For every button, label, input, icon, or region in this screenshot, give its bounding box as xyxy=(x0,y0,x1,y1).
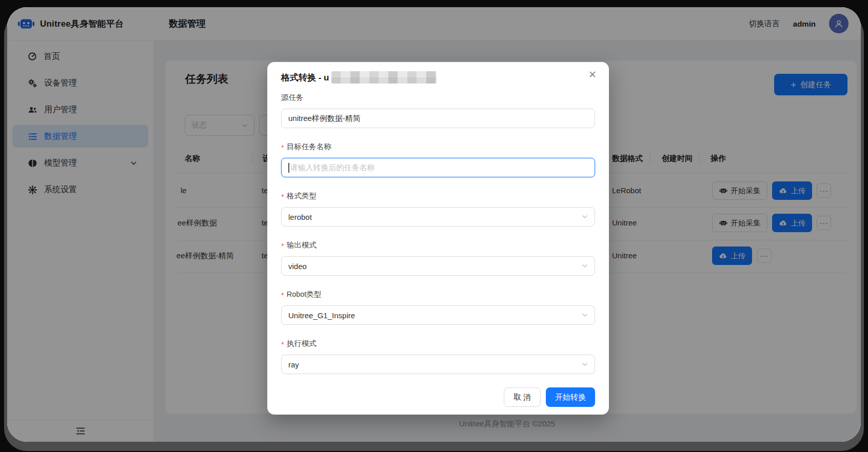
chevron-down-icon xyxy=(582,361,588,367)
exec-mode-value: ray xyxy=(288,360,299,369)
modal-title-text: 格式转换 - u xyxy=(281,72,329,84)
target-name-placeholder: 请输入转换后的任务名称 xyxy=(290,163,375,173)
output-mode-label: * 输出模式 xyxy=(281,240,595,250)
output-mode-select[interactable]: video xyxy=(281,256,595,276)
target-name-label: * 目标任务名称 xyxy=(281,141,595,152)
format-type-label: * 格式类型 xyxy=(281,191,595,201)
chevron-down-icon xyxy=(582,263,588,269)
close-icon[interactable]: ✕ xyxy=(588,70,597,79)
screenshot-stage: Unitree具身智能平台 首页 xyxy=(0,0,868,452)
required-mark: * xyxy=(281,143,284,152)
robot-type-select[interactable]: Unitree_G1_Inspire xyxy=(281,305,595,325)
output-mode-value: video xyxy=(288,262,307,271)
start-convert-button[interactable]: 开始转换 xyxy=(546,387,595,407)
format-type-value: lerobot xyxy=(288,213,312,221)
source-task-label: 源任务 xyxy=(281,92,595,102)
source-task-value: unitree样例数据-精简 xyxy=(288,114,361,124)
robot-type-label: * Robot类型 xyxy=(281,289,595,299)
redacted-task-name xyxy=(331,71,437,84)
required-mark: * xyxy=(281,340,284,348)
required-mark: * xyxy=(281,291,284,299)
required-mark: * xyxy=(281,193,284,201)
chevron-down-icon xyxy=(582,214,588,220)
chevron-down-icon xyxy=(582,312,588,318)
app-window: Unitree具身智能平台 首页 xyxy=(7,7,861,442)
source-task-input[interactable]: unitree样例数据-精简 xyxy=(281,109,595,128)
modal-title: 格式转换 - u xyxy=(281,71,595,84)
format-convert-modal: 格式转换 - u ✕ 源任务 unitree样例数据-精简 * 目标任务名称 请… xyxy=(267,62,609,415)
required-mark: * xyxy=(281,242,284,250)
exec-mode-label: * 执行模式 xyxy=(281,338,595,348)
exec-mode-select[interactable]: ray xyxy=(281,355,595,374)
target-name-input[interactable]: 请输入转换后的任务名称 xyxy=(281,158,595,177)
text-caret xyxy=(288,163,289,173)
format-type-select[interactable]: lerobot xyxy=(281,207,595,227)
robot-type-value: Unitree_G1_Inspire xyxy=(288,311,355,320)
cancel-button[interactable]: 取 消 xyxy=(504,387,541,407)
modal-footer: 取 消 开始转换 xyxy=(281,387,595,407)
